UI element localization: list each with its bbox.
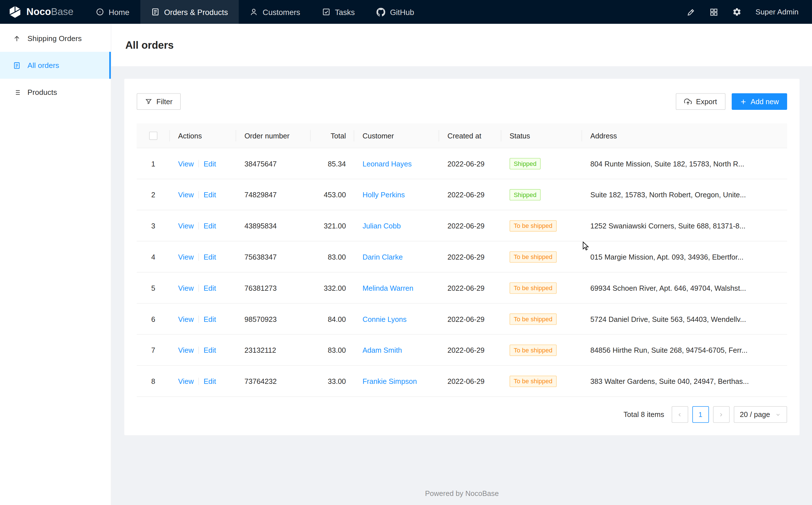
table-row[interactable]: 5 View Edit 76381273 332.00 Melinda Warr…	[137, 273, 787, 304]
created-at-cell: 2022-06-29	[439, 273, 501, 303]
nav-label: Tasks	[335, 8, 355, 16]
actions-cell: View Edit	[170, 273, 236, 303]
view-link[interactable]: View	[178, 221, 194, 229]
filter-icon	[145, 98, 152, 105]
order-number-cell: 75638347	[236, 241, 311, 272]
add-new-button[interactable]: Add new	[731, 93, 787, 110]
order-number-cell: 23132112	[236, 335, 311, 365]
edit-link[interactable]: Edit	[204, 284, 216, 292]
edit-link[interactable]: Edit	[204, 221, 216, 229]
export-button[interactable]: Export	[676, 93, 726, 110]
row-index-cell: 5	[137, 273, 170, 303]
app-viewport: NocoBase Home Orders & Products Customer…	[0, 0, 812, 505]
order-number-cell: 73764232	[236, 366, 311, 396]
edit-link[interactable]: Edit	[204, 377, 216, 385]
actions-cell: View Edit	[170, 241, 236, 272]
view-link[interactable]: View	[178, 190, 194, 199]
nav-customers[interactable]: Customers	[239, 0, 311, 24]
sidebar-item-products[interactable]: Products	[0, 79, 111, 106]
filter-label: Filter	[157, 98, 173, 106]
plugins-icon[interactable]	[709, 8, 718, 16]
status-cell: To be shipped	[501, 335, 582, 365]
table-row[interactable]: 2 View Edit 74829847 453.00 Holly Perkin…	[137, 179, 787, 210]
order-number-cell: 76381273	[236, 273, 311, 303]
order-number-cell: 74829847	[236, 179, 311, 210]
pagination-prev-button[interactable]	[671, 406, 688, 423]
sidebar-item-all-orders[interactable]: All orders	[0, 52, 111, 79]
customer-link[interactable]: Darin Clarke	[362, 252, 402, 261]
order-number: 74829847	[244, 190, 277, 199]
order-number: 76381273	[244, 284, 277, 292]
customer-link[interactable]: Melinda Warren	[362, 284, 414, 292]
customer-link[interactable]: Holly Perkins	[362, 190, 405, 199]
order-number: 23132112	[244, 346, 276, 354]
edit-link[interactable]: Edit	[204, 190, 216, 199]
view-link[interactable]: View	[178, 284, 194, 292]
customer-link[interactable]: Leonard Hayes	[362, 159, 412, 168]
gear-icon[interactable]	[732, 7, 742, 17]
action-divider	[198, 315, 199, 323]
actions-cell: View Edit	[170, 304, 236, 334]
view-link[interactable]: View	[178, 346, 194, 354]
column-header-status: Status	[501, 124, 582, 148]
customer-link[interactable]: Connie Lyons	[362, 315, 407, 323]
address-value: 69934 Schoen River, Apt. 646, 49704, Wal…	[590, 284, 746, 292]
edit-link[interactable]: Edit	[204, 252, 216, 261]
column-header-total: Total	[311, 124, 354, 148]
pagination-next-button[interactable]	[713, 406, 730, 423]
nav-label: GitHub	[390, 8, 414, 16]
orders-table: Actions Order number Total Customer Crea…	[137, 124, 787, 397]
view-link[interactable]: View	[178, 315, 194, 323]
nav-label: Home	[109, 8, 129, 16]
actions-cell: View Edit	[170, 179, 236, 210]
row-index: 1	[152, 159, 155, 168]
view-link[interactable]: View	[178, 252, 194, 261]
plus-icon	[740, 98, 747, 105]
created-at-value: 2022-06-29	[447, 221, 484, 229]
highlight-icon[interactable]	[687, 8, 696, 16]
status-cell: Shipped	[501, 179, 582, 210]
address-value: 383 Walter Gardens, Suite 040, 24947, Be…	[590, 377, 749, 385]
sidebar-item-label: Products	[27, 88, 57, 96]
pagination-page-1[interactable]: 1	[692, 406, 709, 423]
table-body: 1 View Edit 38475647 85.34 Leonard Hayes…	[137, 148, 787, 397]
address-cell: 383 Walter Gardens, Suite 040, 24947, Be…	[582, 366, 787, 396]
column-header-address: Address	[582, 124, 787, 148]
edit-link[interactable]: Edit	[204, 315, 216, 323]
nav-github[interactable]: GitHub	[365, 0, 425, 24]
nocobase-logo[interactable]: NocoBase	[0, 0, 85, 24]
address-cell: 804 Runte Mission, Suite 182, 15783, Nor…	[582, 148, 787, 179]
select-all-checkbox[interactable]	[149, 131, 157, 140]
status-badge: To be shipped	[510, 313, 556, 324]
edit-link[interactable]: Edit	[204, 159, 216, 168]
filter-button[interactable]: Filter	[137, 93, 181, 110]
page-title: All orders	[125, 39, 174, 51]
table-row[interactable]: 8 View Edit 73764232 33.00 Frankie Simps…	[137, 366, 787, 397]
table-row[interactable]: 7 View Edit 23132112 83.00 Adam Smith 20…	[137, 335, 787, 366]
view-link[interactable]: View	[178, 159, 194, 168]
view-link[interactable]: View	[178, 377, 194, 385]
table-row[interactable]: 4 View Edit 75638347 83.00 Darin Clarke …	[137, 241, 787, 273]
address-value: 804 Runte Mission, Suite 182, 15783, Nor…	[590, 159, 744, 168]
status-badge: To be shipped	[510, 375, 556, 387]
chevron-down-icon	[775, 411, 781, 417]
nav-home[interactable]: Home	[85, 0, 140, 24]
page-size-select[interactable]: 20 / page	[734, 406, 787, 423]
user-menu[interactable]: Super Admin	[755, 8, 798, 16]
order-number-cell: 98570923	[236, 304, 311, 334]
table-row[interactable]: 1 View Edit 38475647 85.34 Leonard Hayes…	[137, 148, 787, 179]
row-index-cell: 1	[137, 148, 170, 179]
customer-link[interactable]: Adam Smith	[362, 346, 402, 354]
order-number-cell: 43895834	[236, 210, 311, 241]
table-row[interactable]: 6 View Edit 98570923 84.00 Connie Lyons …	[137, 304, 787, 335]
customer-cell: Holly Perkins	[354, 179, 439, 210]
nav-tasks[interactable]: Tasks	[311, 0, 366, 24]
sidebar-item-shipping-orders[interactable]: Shipping Orders	[0, 25, 111, 52]
customer-link[interactable]: Frankie Simpson	[362, 377, 417, 385]
nav-orders-products[interactable]: Orders & Products	[140, 0, 239, 24]
edit-link[interactable]: Edit	[204, 346, 216, 354]
table-row[interactable]: 3 View Edit 43895834 321.00 Julian Cobb …	[137, 210, 787, 241]
column-header-actions: Actions	[170, 124, 236, 148]
home-icon	[96, 8, 104, 16]
customer-link[interactable]: Julian Cobb	[362, 221, 400, 229]
